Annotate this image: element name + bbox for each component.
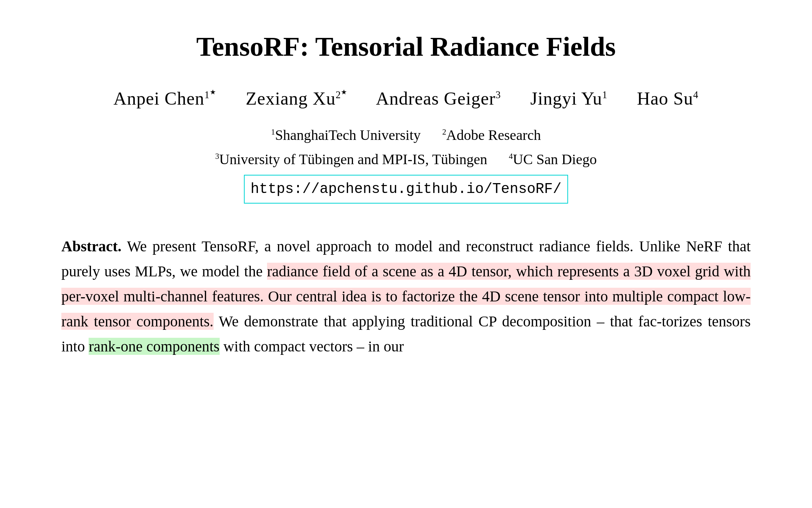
affiliation-sup-2: 2: [442, 127, 446, 136]
paper-url[interactable]: https://apchenstu.github.io/TensoRF/: [244, 175, 568, 204]
affiliation-ucsd: UC San Diego: [513, 151, 597, 167]
affiliation-sup-4: 4: [509, 152, 513, 161]
paper-title: TensoRF: Tensorial Radiance Fields: [61, 30, 751, 63]
abstract-text-end: with compact vectors – in our: [220, 338, 404, 355]
author-jingyi-yu: Jingyi Yu1: [530, 88, 607, 108]
affiliation-sup-1: 1: [271, 127, 275, 136]
affiliation-adobe: Adobe Research: [446, 127, 541, 143]
author-zexiang-xu: Zexiang Xu2★: [246, 88, 348, 108]
author-anpei-chen-sup: 1★: [205, 89, 216, 100]
affiliation-shanghaitech: ShanghaiTech University: [275, 127, 421, 143]
authors-line: Anpei Chen1★ Zexiang Xu2★ Andreas Geiger…: [61, 86, 751, 111]
paper-container: TensoRF: Tensorial Radiance Fields Anpei…: [61, 30, 751, 359]
affiliations: 1ShanghaiTech University 2Adobe Research…: [61, 123, 751, 204]
affiliation-tubingen: University of Tübingen and MPI-IS, Tübin…: [219, 151, 487, 167]
author-zexiang-xu-sup: 2★: [336, 89, 347, 100]
affiliation-line-3: https://apchenstu.github.io/TensoRF/: [61, 172, 751, 204]
author-jingyi-yu-sup: 1: [602, 89, 607, 100]
author-andreas-geiger-sup: 3: [495, 89, 501, 100]
author-hao-su-sup: 4: [693, 89, 698, 100]
affiliation-sup-3: 3: [215, 152, 219, 161]
author-anpei-chen: Anpei Chen1★: [114, 88, 216, 108]
abstract-section: Abstract. We present TensoRF, a novel ap…: [61, 234, 751, 359]
author-andreas-geiger: Andreas Geiger3: [376, 88, 501, 108]
abstract-label: Abstract.: [61, 238, 122, 255]
star-1: ★: [210, 89, 216, 96]
title-section: TensoRF: Tensorial Radiance Fields Anpei…: [61, 30, 751, 204]
abstract-text-highlight-green: rank-one components: [89, 338, 219, 355]
affiliation-line-2: 3University of Tübingen and MPI-IS, Tübi…: [61, 147, 751, 172]
affiliation-line-1: 1ShanghaiTech University 2Adobe Research: [61, 123, 751, 147]
star-2: ★: [341, 89, 347, 96]
author-hao-su: Hao Su4: [637, 88, 699, 108]
